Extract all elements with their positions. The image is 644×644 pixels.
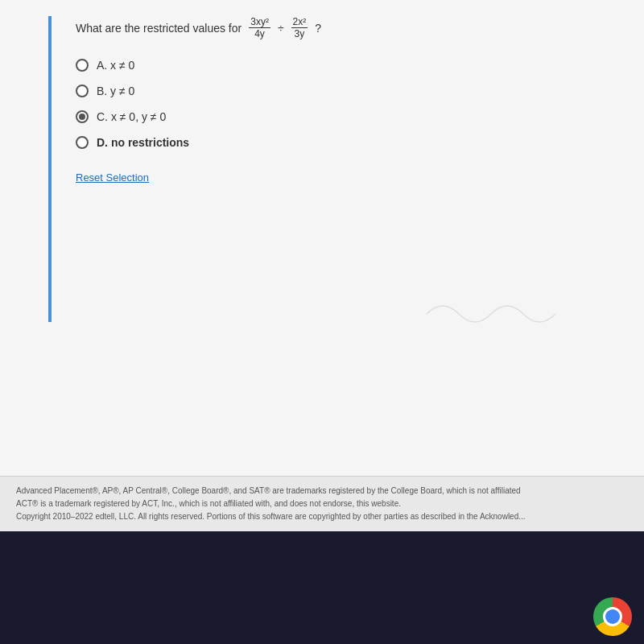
fraction1: 3xy² 4y xyxy=(249,16,270,39)
question-text: What are the restricted values for 3xy² … xyxy=(76,16,620,39)
options-list: A. x ≠ 0 B. y ≠ 0 C. x ≠ 0, y ≠ 0 D. no … xyxy=(76,59,620,149)
fraction2: 2x² 3y xyxy=(291,16,308,39)
footer: Advanced Placement®, AP®, AP Central®, C… xyxy=(0,476,644,531)
radio-b[interactable] xyxy=(76,85,89,97)
radio-d[interactable] xyxy=(76,136,89,149)
decorative-squiggle xyxy=(419,290,564,338)
content-area: What are the restricted values for 3xy² … xyxy=(52,0,644,499)
footer-line1: Advanced Placement®, AP®, AP Central®, C… xyxy=(16,485,628,497)
option-a-label: A. x ≠ 0 xyxy=(97,59,134,72)
footer-line3: Copyright 2010–2022 edtell, LLC. All rig… xyxy=(16,510,628,523)
radio-c[interactable] xyxy=(76,110,89,123)
option-d[interactable]: D. no restrictions xyxy=(76,136,620,149)
option-d-label: D. no restrictions xyxy=(97,136,189,149)
taskbar xyxy=(0,531,644,644)
fraction1-denominator: 4y xyxy=(253,28,266,39)
option-c-label: C. x ≠ 0, y ≠ 0 xyxy=(97,110,166,123)
main-content: What are the restricted values for 3xy² … xyxy=(0,0,644,499)
chrome-icon[interactable] xyxy=(593,597,632,636)
question-prefix: What are the restricted values for xyxy=(76,22,242,35)
operator: ÷ xyxy=(278,22,284,35)
radio-a[interactable] xyxy=(76,59,89,72)
option-a[interactable]: A. x ≠ 0 xyxy=(76,59,620,72)
option-b-label: B. y ≠ 0 xyxy=(97,85,134,97)
footer-line2: ACT® is a trademark registered by ACT, I… xyxy=(16,497,628,510)
question-suffix: ? xyxy=(315,22,321,35)
fraction2-denominator: 3y xyxy=(293,28,307,39)
option-b[interactable]: B. y ≠ 0 xyxy=(76,85,620,97)
fraction2-numerator: 2x² xyxy=(291,16,308,28)
reset-selection-link[interactable]: Reset Selection xyxy=(76,171,149,184)
option-c[interactable]: C. x ≠ 0, y ≠ 0 xyxy=(76,110,620,123)
footer-text: Advanced Placement®, AP®, AP Central®, C… xyxy=(16,485,628,523)
fraction1-numerator: 3xy² xyxy=(249,16,270,28)
